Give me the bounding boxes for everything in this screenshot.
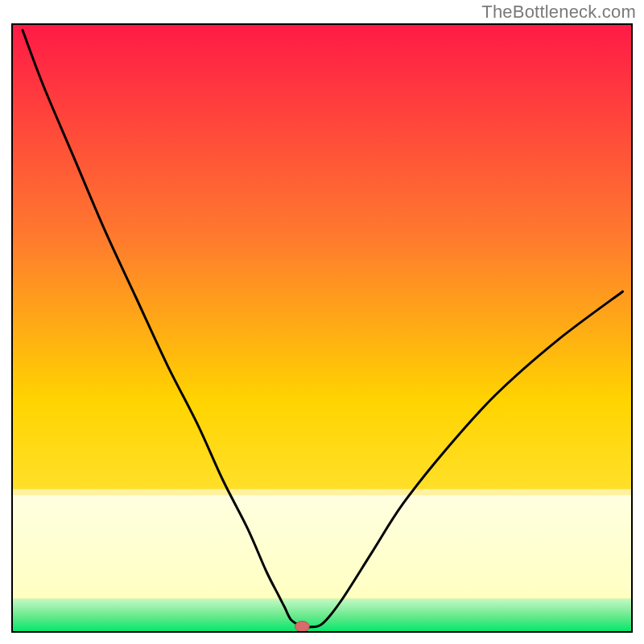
pale-yellow-band [12,495,632,598]
optimum-marker [295,621,309,632]
plot-area [12,24,632,632]
green-band [12,598,632,632]
chart-container: TheBottleneck.com [0,0,644,644]
bottleneck-chart [0,0,644,644]
white-band [12,489,632,496]
